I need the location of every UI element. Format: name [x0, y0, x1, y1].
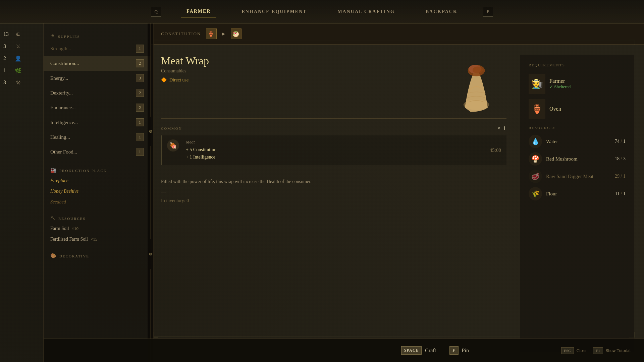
tutorial-label: Show Tutorial	[606, 348, 631, 353]
stat-icon-2: 👤	[14, 54, 22, 62]
detail-header: CONSTITUTION 🏺 ▶ 🥙	[151, 23, 644, 45]
bottom-actions: SPACE Craft F Pin	[309, 346, 561, 355]
constitution-icon: 🏺	[206, 28, 217, 39]
resources-header: ⛏ RESOURCES	[44, 213, 151, 223]
pin-button[interactable]: F Pin	[449, 346, 469, 355]
close-hint[interactable]: ESC Close	[561, 347, 587, 354]
res-flour-count: 11 / 1	[615, 191, 626, 196]
separator-1: —	[161, 169, 506, 175]
craft-key: SPACE	[401, 346, 422, 355]
effect-ingredient: Meat	[186, 139, 483, 145]
production-header: 🏭 PRODUCTION PLACE	[44, 164, 151, 175]
req-oven: 🏺 Oven	[529, 99, 626, 119]
stat-num-4: 3	[3, 79, 11, 85]
req-farmer-name: Farmer	[549, 78, 571, 84]
left-sidebar: 13 ☯ 3 ⚔ 2 👤 1 🌿 3 ⚒	[0, 23, 44, 362]
water-icon: 💧	[529, 135, 542, 148]
in-inventory: In inventory: 0	[161, 198, 506, 203]
detail-panel: CONSTITUTION 🏺 ▶ 🥙 Meat Wrap Consumables…	[151, 23, 644, 362]
category-healing[interactable]: Healing... 1	[44, 130, 151, 144]
res-mushroom-name: Red Mushroom	[546, 156, 611, 162]
svg-point-3	[473, 67, 483, 73]
supplies-icon: ⚗	[50, 34, 55, 39]
decorative-icon: 🎨	[50, 253, 57, 259]
flour-icon: 🌾	[529, 187, 542, 200]
item-image	[446, 55, 506, 115]
resource-fertilised: Fertilised Farm Soil ×15	[44, 234, 151, 245]
separator-2: —	[161, 189, 506, 195]
use-icon: 🔶	[161, 77, 167, 83]
resource-farm-soil: Farm Soil ×10	[44, 223, 151, 234]
nav-tab-enhance[interactable]: ENHANCE EQUIPMENT	[236, 6, 312, 17]
category-strength[interactable]: Strength... 1	[44, 41, 151, 56]
nav-tab-crafting[interactable]: MANUAL CRAFTING	[332, 6, 400, 17]
stat-row-0: 13 ☯	[3, 30, 40, 38]
effect-row: 🍖 Meat + 5 Constitution + 1 Intelligence…	[161, 135, 506, 165]
tutorial-hint[interactable]: F1 Show Tutorial	[593, 347, 631, 354]
stat-icon-3: 🌿	[14, 66, 22, 74]
nav-key-e[interactable]: E	[483, 7, 493, 17]
effect-details: Meat + 5 Constitution + 1 Intelligence	[186, 139, 483, 161]
oven-icon: 🏺	[529, 99, 545, 119]
req-oven-name: Oven	[549, 106, 561, 112]
production-seedbed[interactable]: Seedbed	[44, 197, 151, 207]
resource-meat: 🥩 Raw Sand Digger Meat 29 / 1	[529, 170, 626, 183]
common-label: COMMON × 1	[161, 125, 506, 131]
stat-row-4: 3 ⚒	[3, 78, 40, 86]
pin-label: Pin	[462, 348, 469, 354]
farmer-icon: 🧑‍🌾	[529, 74, 545, 94]
category-dexterity[interactable]: Dexterity... 2	[44, 85, 151, 100]
nav-key-q[interactable]: Q	[151, 7, 161, 17]
resource-flour: 🌾 Flour 11 / 1	[529, 187, 626, 200]
production-fireplace[interactable]: Fireplace	[44, 175, 151, 186]
stat-num-1: 3	[3, 43, 11, 49]
category-intelligence[interactable]: Intelligence... 1	[44, 115, 151, 130]
stat-icon-4: ⚒	[14, 78, 22, 86]
stat-row-3: 1 🌿	[3, 66, 40, 74]
resources-icon: ⛏	[50, 216, 56, 221]
pin-key: F	[449, 346, 458, 355]
item-use: 🔶 Direct use	[161, 77, 209, 83]
category-endurance[interactable]: Endurance... 2	[44, 100, 151, 115]
common-section: COMMON × 1 🍖 Meat + 5 Constitution + 1 I…	[161, 118, 506, 165]
category-energy[interactable]: Energy... 3	[44, 71, 151, 85]
effect-icon: 🍖	[167, 139, 179, 152]
production-icon: 🏭	[50, 168, 57, 173]
res-mushroom-count: 18 / 3	[615, 156, 626, 162]
item-title: Meat Wrap	[161, 55, 209, 67]
production-honey-beehive[interactable]: Honey Beehive	[44, 186, 151, 197]
stat-row-2: 2 👤	[3, 54, 40, 62]
bottom-bar: SPACE Craft F Pin ESC Close F1 Show Tuto…	[44, 339, 644, 362]
close-label: Close	[577, 348, 587, 353]
close-key: ESC	[561, 347, 574, 354]
req-farmer: 🧑‍🌾 Farmer ✓ Sheltered	[529, 74, 626, 94]
tutorial-key: F1	[593, 347, 603, 354]
stat-icon-0: ☯	[14, 30, 22, 38]
category-list: ⚗ SUPPLIES Strength... 1 Constitution...…	[44, 23, 151, 362]
item-description: Filled with the power of life, this wrap…	[161, 178, 506, 185]
category-other-food[interactable]: Other Food... 1	[44, 144, 151, 159]
res-meat-count: 29 / 1	[615, 174, 626, 179]
requirements-panel: REQUIREMENTS 🧑‍🌾 Farmer ✓ Sheltered 🏺 Ov…	[520, 55, 634, 352]
meat-icon: 🥩	[529, 170, 542, 183]
resource-water: 💧 Water 74 / 1	[529, 135, 626, 148]
resource-mushroom: 🍄 Red Mushroom 18 / 3	[529, 152, 626, 166]
res-meat-name: Raw Sand Digger Meat	[546, 174, 611, 179]
mushroom-icon: 🍄	[529, 152, 542, 166]
item-type: Consumables	[161, 68, 209, 74]
detail-content: Meat Wrap Consumables 🔶 Direct use	[151, 45, 644, 362]
nav-tab-farmer[interactable]: FARMER	[181, 6, 216, 17]
item-icon: 🥙	[231, 28, 241, 39]
top-navigation: Q FARMER ENHANCE EQUIPMENT MANUAL CRAFTI…	[0, 0, 644, 23]
nav-tab-backpack[interactable]: BACKPACK	[420, 6, 463, 17]
stat-num-0: 13	[3, 31, 11, 37]
stat-num-2: 2	[3, 55, 11, 61]
bottom-right: ESC Close F1 Show Tutorial	[561, 347, 631, 354]
requirements-title: REQUIREMENTS	[529, 63, 626, 67]
decorative-header: 🎨 DECORATIVE	[44, 250, 151, 261]
craft-label: Craft	[425, 348, 436, 354]
category-constitution[interactable]: Constitution... 2	[44, 56, 151, 71]
effect-stats: + 5 Constitution + 1 Intelligence	[186, 146, 483, 161]
craft-button[interactable]: SPACE Craft	[401, 346, 436, 355]
res-water-name: Water	[546, 139, 611, 144]
